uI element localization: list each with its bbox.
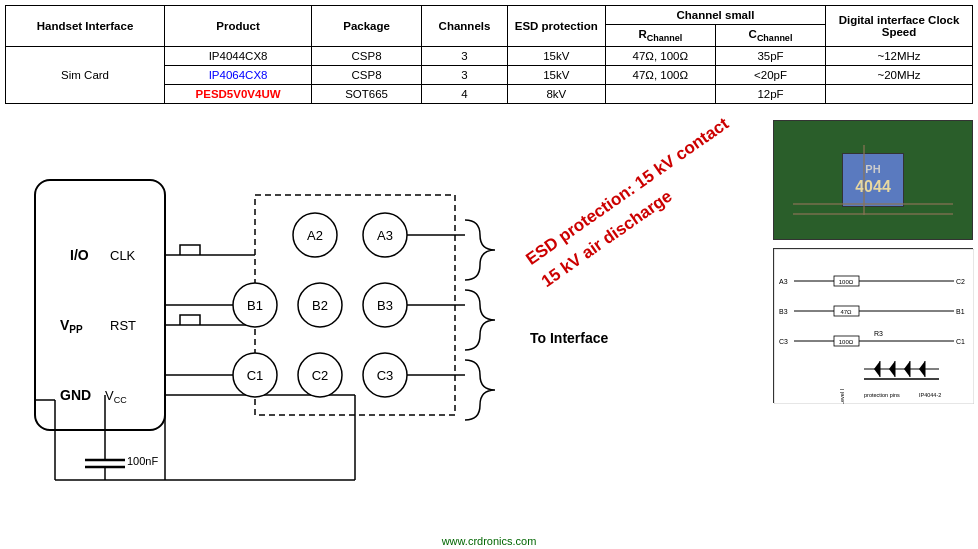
table-section: Handset Interface Product Package Channe… [5, 5, 973, 104]
header-channels: Channels [422, 6, 508, 47]
svg-text:C2: C2 [956, 278, 965, 285]
svg-text:B3: B3 [779, 308, 788, 315]
cell-cchannel-2: <20pF [715, 66, 825, 85]
cell-rchannel-3 [605, 85, 715, 104]
node-c3: C3 [377, 368, 394, 383]
node-b3: B3 [377, 298, 393, 313]
node-a3: A3 [377, 228, 393, 243]
svg-text:Level I: Level I [839, 388, 845, 404]
to-interface-text: To Interface [530, 330, 608, 346]
cell-product-3: PESD5V0V4UW [165, 85, 312, 104]
node-a2: A2 [307, 228, 323, 243]
vpp-label: VPP [60, 317, 83, 335]
svg-text:IP4044-2: IP4044-2 [919, 392, 941, 398]
node-c2: C2 [312, 368, 329, 383]
vcc-label: VCC [105, 388, 127, 405]
cell-clock-3 [826, 85, 973, 104]
cchannel-sub: Channel [757, 33, 793, 43]
cell-rchannel-2: 47Ω, 100Ω [605, 66, 715, 85]
cell-esd-1: 15kV [507, 47, 605, 66]
node-b2: B2 [312, 298, 328, 313]
header-package: Package [312, 6, 422, 47]
cell-esd-3: 8kV [507, 85, 605, 104]
cell-channels-2: 3 [422, 66, 508, 85]
svg-text:B1: B1 [956, 308, 965, 315]
cell-package-1: CSP8 [312, 47, 422, 66]
product-table: Handset Interface Product Package Channe… [5, 5, 973, 104]
diagram-section: I/O VPP GND CLK RST VCC VDD [0, 110, 978, 549]
cell-rchannel-1: 47Ω, 100Ω [605, 47, 715, 66]
cell-clock-2: ~20MHz [826, 66, 973, 85]
cell-package-3: SOT665 [312, 85, 422, 104]
rst-label: RST [110, 318, 136, 333]
cell-channels-1: 3 [422, 47, 508, 66]
header-clock: Digital interface Clock Speed [826, 6, 973, 47]
cap-label: 100nF [127, 455, 158, 467]
svg-text:C1: C1 [956, 338, 965, 345]
circuit-diagram: I/O VPP GND CLK RST VCC VDD [5, 120, 575, 540]
gnd-label: GND [60, 387, 91, 403]
header-rchannel: RChannel [605, 25, 715, 47]
svg-text:A3: A3 [779, 278, 788, 285]
svg-text:100Ω: 100Ω [839, 279, 854, 285]
cell-channels-3: 4 [422, 85, 508, 104]
header-esd: ESD protection [507, 6, 605, 47]
chip-photo: PH 4044 [773, 120, 973, 240]
node-b1: B1 [247, 298, 263, 313]
cell-cchannel-3: 12pF [715, 85, 825, 104]
header-cchannel: CChannel [715, 25, 825, 47]
cell-clock-1: ~12MHz [826, 47, 973, 66]
svg-text:protection pins: protection pins [864, 392, 900, 398]
svg-text:100Ω: 100Ω [839, 339, 854, 345]
cell-product-1: IP4044CX8 [165, 47, 312, 66]
cell-handset-simcard: Sim Card [6, 47, 165, 104]
header-channel-small: Channel small [605, 6, 825, 25]
clk-label: CLK [110, 248, 136, 263]
io-label: I/O [70, 247, 89, 263]
cell-esd-2: 15kV [507, 66, 605, 85]
node-c1: C1 [247, 368, 264, 383]
svg-rect-0 [35, 180, 165, 430]
svg-text:C3: C3 [779, 338, 788, 345]
cell-package-2: CSP8 [312, 66, 422, 85]
svg-rect-33 [774, 249, 974, 404]
cell-cchannel-1: 35pF [715, 47, 825, 66]
header-handset: Handset Interface [6, 6, 165, 47]
header-product: Product [165, 6, 312, 47]
svg-text:47Ω: 47Ω [840, 309, 852, 315]
schematic-diagram: A3 B3 C3 C2 B1 C1 100Ω 47Ω 100Ω R3 [773, 248, 973, 403]
svg-text:R3: R3 [874, 330, 883, 337]
website-label: www.crdronics.com [442, 535, 537, 547]
cell-product-2: IP4064CX8 [165, 66, 312, 85]
rchannel-sub: Channel [647, 33, 683, 43]
table-row: Sim Card IP4044CX8 CSP8 3 15kV 47Ω, 100Ω… [6, 47, 973, 66]
